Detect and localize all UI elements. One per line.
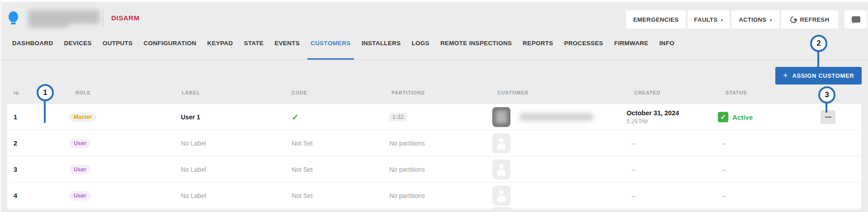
user-label: User 1 (181, 113, 200, 121)
table-row[interactable]: 2 User No Label Not Set No partitions – … (7, 130, 861, 156)
col-header-label: LABEL (182, 90, 200, 95)
emergencies-button[interactable]: EMERGENCIES (626, 10, 686, 28)
customer-avatar-placeholder (492, 186, 510, 206)
top-edge-strip (0, 0, 868, 2)
chevron-down-icon: ▾ (769, 18, 772, 23)
tab-events[interactable]: EVENTS (271, 39, 303, 60)
tab-info[interactable]: INFO (656, 39, 677, 60)
hub-lightbulb-icon (8, 11, 19, 25)
tab-configuration[interactable]: CONFIGURATION (140, 39, 199, 60)
actions-label: ACTIONS (739, 16, 766, 23)
nav-tabbar: DASHBOARD DEVICES OUTPUTS CONFIGURATION … (0, 39, 868, 60)
assign-customer-label: ASSIGN CUSTOMER (793, 72, 854, 79)
tab-state[interactable]: STATE (241, 39, 267, 60)
row-number: 1 (14, 113, 17, 121)
tab-keypad[interactable]: KEYPAD (204, 39, 236, 60)
code-value: Not Set (292, 166, 313, 173)
faults-button[interactable]: FAULTS ▾ (688, 10, 730, 28)
tab-reports[interactable]: REPORTS (519, 39, 556, 60)
refresh-icon (789, 15, 798, 24)
created-empty: – (632, 140, 636, 147)
tab-logs[interactable]: LOGS (408, 39, 432, 60)
chat-button[interactable] (844, 10, 867, 28)
person-icon (492, 186, 510, 206)
user-label: No Label (181, 140, 206, 147)
table-row[interactable]: 3 User No Label Not Set No partitions – … (7, 156, 861, 183)
code-value: Not Set (292, 192, 313, 199)
tab-devices[interactable]: DEVICES (61, 39, 94, 60)
annotation-1-line (44, 100, 46, 123)
col-header-status: STATUS (726, 90, 747, 95)
partitions-value: No partitions (389, 192, 425, 199)
tab-remote-inspections[interactable]: REMOTE INSPECTIONS (437, 39, 515, 60)
annotation-2-line (817, 51, 819, 67)
status-empty: – (722, 192, 726, 199)
col-header-partitions: PARTITIONS (392, 90, 425, 95)
actions-button[interactable]: ACTIONS ▾ (731, 10, 779, 28)
faults-label: FAULTS (694, 16, 717, 23)
annotation-2-marker: 2 (810, 35, 827, 52)
partitions-value: No partitions (389, 166, 425, 173)
status-empty: – (722, 140, 726, 147)
plus-icon: + (783, 71, 788, 80)
tab-firmware[interactable]: FIRMWARE (611, 39, 651, 60)
row-number: 3 (14, 166, 17, 173)
device-name-redacted (28, 10, 99, 24)
created-empty: – (632, 166, 636, 173)
status-empty: – (722, 166, 726, 173)
annotation-3-line (826, 103, 827, 113)
col-header-customer: CUSTOMER (497, 90, 528, 95)
refresh-button[interactable]: REFRESH (781, 10, 838, 28)
created-empty: – (632, 192, 636, 199)
annotation-1-marker: 1 (37, 84, 54, 101)
partitions-badge: 1-32 (389, 113, 407, 121)
customers-table: 1 Master User 1 ✓ 1-32 October 31, 2024 … (7, 104, 861, 209)
customer-avatar-placeholder (492, 160, 510, 179)
topbar-divider (103, 9, 104, 27)
person-icon (492, 160, 510, 179)
customer-avatar-placeholder (492, 133, 510, 153)
tab-dashboard[interactable]: DASHBOARD (9, 39, 56, 60)
created-date: October 31, 2024 (627, 109, 679, 117)
remove-customer-button[interactable] (821, 110, 835, 124)
code-value: Not Set (292, 140, 313, 147)
role-badge-user: User (69, 138, 91, 148)
role-badge-master: Master (69, 112, 96, 122)
minus-icon (825, 117, 831, 118)
assign-customer-button[interactable]: + ASSIGN CUSTOMER (775, 67, 862, 85)
tab-customers[interactable]: CUSTOMERS (307, 39, 354, 60)
row-number: 4 (14, 192, 17, 199)
status-checkbox-icon: ✓ (718, 112, 728, 122)
created-time: 5:29 PM (627, 118, 679, 125)
disarm-button[interactable]: DISARM (111, 14, 140, 22)
emergencies-label: EMERGENCIES (633, 16, 679, 23)
role-badge-user: User (69, 191, 91, 200)
status-label: Active (732, 113, 753, 121)
col-header-role: ROLE (75, 90, 91, 95)
annotation-3-marker: 3 (818, 86, 835, 104)
tab-outputs[interactable]: OUTPUTS (99, 39, 136, 60)
table-row[interactable]: 1 Master User 1 ✓ 1-32 October 31, 2024 … (7, 104, 861, 130)
device-subtitle-redacted (29, 23, 69, 28)
next-row-avatar-sliver (492, 207, 510, 209)
col-header-number: № (14, 90, 19, 95)
person-icon (492, 133, 510, 153)
user-label: No Label (181, 166, 206, 173)
row-number: 2 (14, 140, 17, 147)
left-edge-strip (0, 0, 1, 212)
refresh-label: REFRESH (800, 16, 830, 23)
col-header-code: CODE (292, 90, 307, 95)
partitions-value: No partitions (389, 140, 425, 147)
user-label: No Label (181, 192, 206, 199)
role-badge-user: User (69, 165, 91, 174)
col-header-created: CREATED (634, 90, 660, 95)
tab-processes[interactable]: PROCESSES (561, 39, 607, 60)
chevron-down-icon: ▾ (721, 18, 723, 23)
table-row[interactable]: 4 User No Label Not Set No partitions – … (7, 183, 861, 209)
customer-avatar (492, 107, 510, 127)
customer-name-redacted (520, 113, 593, 121)
code-set-check-icon: ✓ (292, 112, 299, 122)
tab-installers[interactable]: INSTALLERS (359, 39, 404, 60)
chat-bubble-icon (852, 16, 860, 23)
